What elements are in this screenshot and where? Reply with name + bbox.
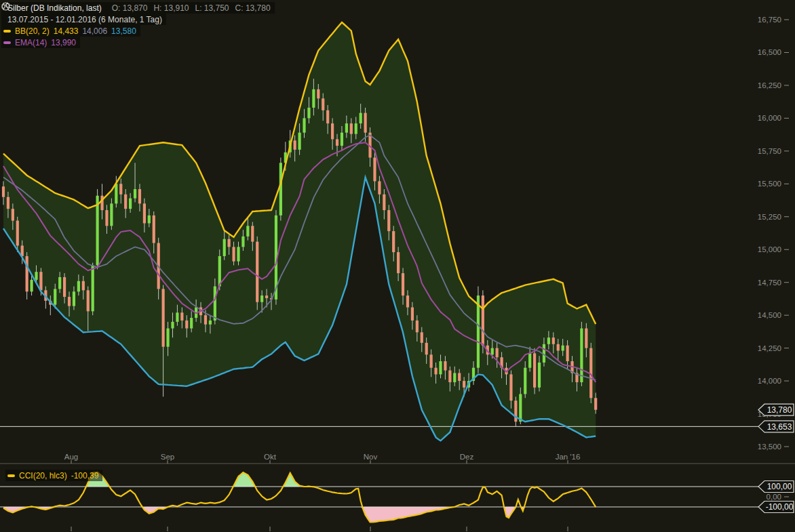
candle-body (303, 118, 305, 132)
candle-body (232, 247, 235, 261)
instrument-row: Silber (DB Indikation, last) O: 13,870H:… (1, 2, 275, 14)
candle-body (360, 113, 362, 124)
candle-body (585, 329, 587, 348)
candle-body (421, 332, 423, 343)
candle-body (322, 98, 324, 110)
candle-body (124, 195, 127, 209)
candle-body (12, 209, 14, 220)
candle-body (364, 113, 367, 133)
candle-body (100, 196, 103, 210)
candle-body (594, 398, 597, 409)
price-tick-label: 16,500 (758, 48, 781, 56)
indicator-row-cci[interactable]: CCI(20, hlc3) -100,39 (5, 470, 102, 481)
chart-canvas[interactable]: 16,75016,50016,25016,00015,75015,50015,2… (0, 0, 795, 532)
candle-body (185, 321, 188, 329)
candle-body (528, 353, 531, 367)
candle-body (444, 361, 446, 371)
price-tick-label: 16,250 (758, 81, 781, 89)
bb-swatch-icon (3, 30, 11, 33)
candle-body (317, 89, 319, 99)
candle-body (392, 231, 395, 252)
price-tick-label: 14,250 (758, 344, 781, 352)
indicator-row-bb[interactable]: BB(20, 2) 14,433 14,006 13,580 (1, 25, 140, 37)
candle-body (519, 394, 522, 422)
candle-body (373, 158, 376, 182)
price-tick-label: 13,500 (758, 443, 781, 451)
candle-body (562, 346, 564, 351)
candle-body (87, 290, 90, 311)
date-range-row: 13.07.2015 - 12.01.2016 (6 Monate, 1 Tag… (1, 14, 166, 25)
candle-body (538, 363, 541, 388)
candle-body (218, 256, 221, 287)
candle-body (345, 123, 348, 133)
candle-body (119, 184, 122, 195)
candle-body (416, 321, 419, 332)
candle-body (105, 210, 108, 226)
bb-lower-value: 13,580 (111, 26, 136, 36)
candle-body (439, 361, 442, 374)
candle-body (171, 322, 174, 329)
month-label: Okt (264, 453, 277, 461)
indicator-row-ema[interactable]: EMA(14) 13,990 (1, 37, 80, 48)
bb-band-fill (3, 22, 596, 441)
cci-swatch-icon (7, 474, 15, 477)
candle-body (566, 346, 569, 361)
candle-body (331, 123, 334, 139)
price-tick-label: 16,750 (758, 16, 781, 24)
price-tick-label: 15,000 (758, 245, 781, 253)
candle-body (214, 287, 216, 321)
candle-body (63, 277, 66, 297)
candle-body (110, 203, 113, 226)
cci-value: -100,39 (71, 471, 99, 480)
cci-legend[interactable]: CCI(20, hlc3) -100,39 (5, 470, 102, 481)
candle-body (73, 291, 75, 306)
candle-body (557, 344, 560, 351)
candle-body (383, 195, 385, 210)
month-label: Aug (64, 453, 78, 461)
candle-body (509, 374, 512, 401)
candle-body (35, 272, 37, 280)
candle-body (129, 199, 132, 209)
candle-body (378, 181, 381, 194)
candle-body (228, 239, 231, 247)
cci-panel[interactable]: 0,00 (0, 472, 789, 523)
candle-body (246, 226, 249, 237)
candle-body (524, 368, 526, 394)
candle-body (58, 277, 61, 289)
ema-label: EMA(14) (15, 38, 47, 47)
candle-body (397, 252, 400, 273)
candle-body (209, 321, 212, 325)
cci-oversold-fill (3, 507, 596, 523)
candle-body (482, 295, 484, 346)
candle-body (68, 297, 71, 306)
candle-body (434, 368, 437, 375)
candle-body (336, 139, 338, 146)
candle-body (7, 197, 9, 209)
candle-body (260, 295, 263, 302)
candle-body (190, 318, 193, 329)
candle-body (138, 189, 141, 203)
ohlc-values: O: 13,870H: 13,910L: 13,750C: 13,780 (106, 3, 271, 13)
ema-value: 13,990 (51, 38, 76, 47)
price-tick-label: 16,000 (758, 114, 781, 122)
candle-body (96, 196, 99, 266)
candle-body (350, 123, 353, 134)
candle-body (16, 221, 19, 246)
price-axis[interactable]: 16,75016,50016,25016,00015,75015,50015,2… (758, 16, 789, 451)
candle-body (39, 272, 42, 290)
svg-text:13,653: 13,653 (767, 422, 792, 432)
candle-body (82, 281, 85, 291)
svg-text:13,780: 13,780 (767, 405, 792, 415)
price-tick-label: 14,000 (758, 377, 781, 385)
candle-body (580, 329, 583, 382)
candle-body (204, 315, 207, 325)
candle-body (411, 308, 414, 321)
chart-legend: Silber (DB Indikation, last) O: 13,870H:… (1, 2, 275, 48)
month-label: Sep (161, 453, 174, 461)
time-axis[interactable]: AugSepOktNovDezJan '16 (0, 453, 795, 531)
candle-body (402, 273, 404, 295)
candle-body (294, 140, 296, 150)
candle-body (425, 343, 428, 354)
candle-body (30, 280, 33, 291)
candle-body (115, 184, 117, 203)
